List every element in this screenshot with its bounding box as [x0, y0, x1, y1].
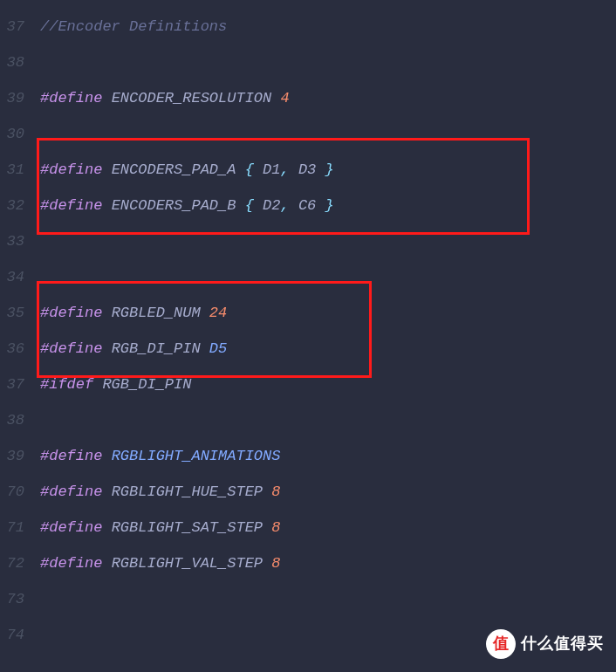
line-number: 33 — [0, 223, 24, 259]
number-literal: 8 — [271, 555, 280, 572]
number-literal: 4 — [280, 90, 289, 106]
code-line: #define RGBLIGHT_VAL_STEP 8 — [40, 545, 616, 581]
macro-name: RGBLIGHT_VAL_STEP — [112, 555, 263, 572]
macro-name: RGBLIGHT_SAT_STEP — [112, 519, 263, 536]
code-line: #define RGBLIGHT_HUE_STEP 8 — [40, 474, 616, 510]
line-number: 30 — [0, 116, 24, 152]
code-line — [40, 259, 616, 295]
line-number: 36 — [0, 331, 24, 367]
code-line: #define ENCODERS_PAD_A { D1, D3 } — [40, 152, 616, 188]
macro-name: ENCODERS_PAD_A — [112, 161, 236, 178]
directive: #define — [40, 340, 102, 357]
code-line — [40, 402, 616, 438]
macro-name: RGBLIGHT_HUE_STEP — [112, 483, 263, 500]
code-line — [40, 45, 616, 80]
brace-open: { — [245, 197, 254, 214]
brace-close: } — [325, 197, 333, 214]
number-literal: 24 — [209, 305, 227, 321]
pin-id: D2 — [263, 197, 280, 214]
directive: #define — [40, 483, 102, 500]
code-line: #define RGBLED_NUM 24 — [40, 295, 616, 331]
line-number: 39 — [0, 80, 24, 116]
line-number: 38 — [0, 402, 24, 438]
watermark-icon: 值 — [486, 629, 516, 659]
brace-close: } — [325, 161, 333, 178]
directive: #define — [40, 90, 102, 106]
comma: , — [280, 161, 289, 178]
macro-name: RGBLIGHT_ANIMATIONS — [112, 448, 281, 464]
directive: #define — [40, 197, 102, 214]
code-line: #define ENCODERS_PAD_B { D2, C6 } — [40, 188, 616, 223]
line-number: 31 — [0, 152, 24, 188]
comment-text: //Encoder Definitions — [40, 18, 227, 35]
code-line: #ifdef RGB_DI_PIN — [40, 367, 616, 402]
directive: #define — [40, 555, 102, 572]
line-number: 72 — [0, 545, 24, 581]
line-number: 37 — [0, 367, 24, 402]
code-line: #define ENCODER_RESOLUTION 4 — [40, 80, 616, 116]
directive: #define — [40, 448, 102, 464]
code-line — [40, 223, 616, 259]
line-number: 37 — [0, 9, 24, 45]
macro-name: ENCODERS_PAD_B — [112, 197, 236, 214]
line-number: 73 — [0, 581, 24, 617]
watermark: 值 什么值得买 — [486, 626, 604, 662]
code-line: //Encoder Definitions — [40, 9, 616, 45]
macro-name: ENCODER_RESOLUTION — [112, 90, 272, 106]
pin-id: C6 — [298, 197, 316, 214]
line-number: 74 — [0, 617, 24, 653]
pin-id: D3 — [298, 161, 316, 178]
pin-value: D5 — [209, 340, 227, 357]
directive: #define — [40, 161, 102, 178]
gutter: 37 38 39 30 31 32 33 34 35 36 37 38 39 7… — [0, 9, 33, 653]
brace-open: { — [245, 161, 254, 178]
macro-name: RGB_DI_PIN — [102, 376, 191, 393]
directive: #ifdef — [40, 376, 93, 393]
code-line — [40, 581, 616, 617]
comma: , — [280, 197, 289, 214]
macro-name: RGBLED_NUM — [112, 305, 201, 321]
directive: #define — [40, 305, 102, 321]
code-line: #define RGBLIGHT_SAT_STEP 8 — [40, 510, 616, 545]
line-number: 32 — [0, 188, 24, 223]
macro-name: RGB_DI_PIN — [112, 340, 201, 357]
pin-id: D1 — [263, 161, 280, 178]
line-number: 34 — [0, 259, 24, 295]
code-line: #define RGB_DI_PIN D5 — [40, 331, 616, 367]
code-area[interactable]: //Encoder Definitions #define ENCODER_RE… — [33, 9, 616, 653]
code-line — [40, 116, 616, 152]
line-number: 39 — [0, 438, 24, 474]
line-number: 70 — [0, 474, 24, 510]
line-number: 71 — [0, 510, 24, 545]
line-number: 38 — [0, 45, 24, 80]
number-literal: 8 — [271, 483, 280, 500]
directive: #define — [40, 519, 102, 536]
code-editor: 37 38 39 30 31 32 33 34 35 36 37 38 39 7… — [0, 0, 616, 653]
code-line: #define RGBLIGHT_ANIMATIONS — [40, 438, 616, 474]
line-number: 35 — [0, 295, 24, 331]
number-literal: 8 — [271, 519, 280, 536]
watermark-text: 什么值得买 — [521, 626, 604, 662]
